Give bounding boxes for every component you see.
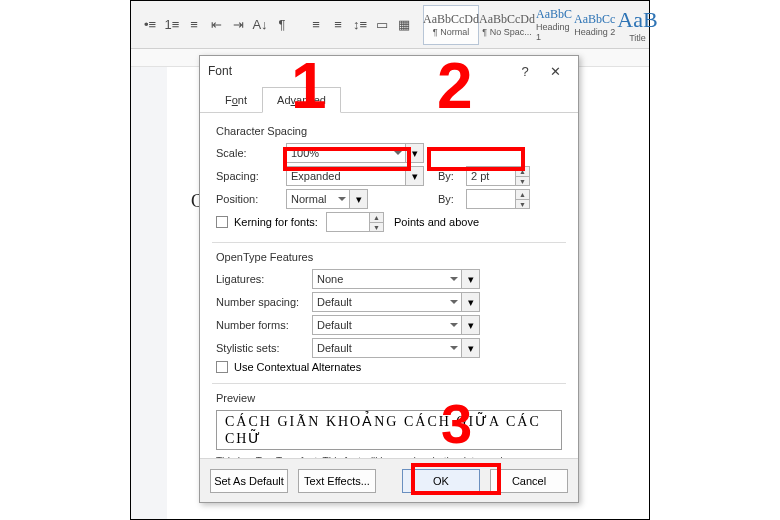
position-dropdown[interactable]: Normal (286, 189, 350, 209)
kerning-spinner[interactable]: ▲▼ (370, 212, 384, 232)
number-forms-dropdown[interactable]: Default (312, 315, 462, 335)
position-by-spinner[interactable]: ▲▼ (516, 189, 530, 209)
position-label: Position: (216, 193, 286, 205)
divider (212, 242, 566, 243)
chevron-down-icon: ▾ (468, 342, 474, 355)
preview-box: CÁCH GIÃN KHOẢNG CÁCH GIỮA CÁC CHỮ (216, 410, 562, 450)
line-spacing-icon[interactable]: ↕≡ (351, 15, 369, 35)
style-label: Heading 2 (574, 27, 615, 37)
style-heading-1[interactable]: AaBbC Heading 1 (535, 5, 573, 45)
ribbon: •≡ 1≡ ≡ ⇤ ⇥ A↓ ¶ ≡ ≡ ↕≡ ▭ ▦ AaBbCcDd ¶ N… (131, 1, 649, 49)
preview-text: CÁCH GIÃN KHOẢNG CÁCH GIỮA CÁC CHỮ (225, 413, 553, 447)
position-by-input[interactable] (466, 189, 516, 209)
style-preview: AaBbCcDd (479, 12, 535, 27)
section-character-spacing: Character Spacing (216, 125, 562, 137)
style-preview: AaBbCcDd (423, 12, 479, 27)
close-button[interactable]: ✕ (540, 64, 570, 79)
dialog-footer: Set As Default Text Effects... OK Cancel (200, 458, 578, 502)
text-effects-button[interactable]: Text Effects... (298, 469, 376, 493)
set-default-button[interactable]: Set As Default (210, 469, 288, 493)
numbering-icon[interactable]: 1≡ (163, 15, 181, 35)
borders-icon[interactable]: ▦ (395, 15, 413, 35)
section-preview: Preview (216, 392, 562, 404)
help-button[interactable]: ? (510, 64, 540, 79)
scale-dropdown-button[interactable]: ▾ (406, 143, 424, 163)
number-spacing-dropdown-button[interactable]: ▾ (462, 292, 480, 312)
style-label: ¶ Normal (433, 27, 469, 37)
spacing-dropdown[interactable]: Expanded (286, 166, 406, 186)
style-label: Title (629, 33, 646, 43)
chevron-down-icon: ▾ (468, 296, 474, 309)
chevron-down-icon: ▾ (468, 273, 474, 286)
scale-dropdown[interactable]: 100% (286, 143, 406, 163)
number-spacing-label: Number spacing: (216, 296, 312, 308)
align-left-icon[interactable]: ≡ (307, 15, 325, 35)
chevron-down-icon: ▾ (356, 193, 362, 206)
font-dialog: Font ? ✕ Font Advanced Character Spacing… (199, 55, 579, 503)
contextual-alternates-label: Use Contextual Alternates (234, 361, 361, 373)
ligatures-dropdown-button[interactable]: ▾ (462, 269, 480, 289)
paragraph-marks-icon[interactable]: ¶ (273, 15, 291, 35)
style-heading-2[interactable]: AaBbCc Heading 2 (573, 5, 616, 45)
left-margin (131, 67, 167, 519)
stylistic-sets-dropdown-button[interactable]: ▾ (462, 338, 480, 358)
style-preview: AaBbC (536, 7, 572, 22)
kerning-label: Kerning for fonts: (234, 216, 326, 228)
chevron-down-icon: ▾ (468, 319, 474, 332)
kerning-input[interactable] (326, 212, 370, 232)
style-normal[interactable]: AaBbCcDd ¶ Normal (423, 5, 479, 45)
style-label: ¶ No Spac... (482, 27, 531, 37)
by-label: By: (438, 170, 466, 182)
ligatures-dropdown[interactable]: None (312, 269, 462, 289)
style-preview: AaBbCc (574, 12, 615, 27)
stylistic-sets-label: Stylistic sets: (216, 342, 312, 354)
cancel-button[interactable]: Cancel (490, 469, 568, 493)
chevron-down-icon: ▾ (412, 170, 418, 183)
style-label: Heading 1 (536, 22, 572, 42)
style-preview: AaB (617, 7, 657, 33)
ligatures-label: Ligatures: (216, 273, 312, 285)
ok-button[interactable]: OK (402, 469, 480, 493)
spacing-label: Spacing: (216, 170, 286, 182)
multilevel-icon[interactable]: ≡ (185, 15, 203, 35)
number-forms-label: Number forms: (216, 319, 312, 331)
points-above-label: Points and above (394, 216, 479, 228)
contextual-alternates-checkbox[interactable] (216, 361, 228, 373)
increase-indent-icon[interactable]: ⇥ (229, 15, 247, 35)
divider (212, 383, 566, 384)
dialog-body: Character Spacing Scale: 100% ▾ Spacing:… (200, 113, 578, 458)
kerning-checkbox[interactable] (216, 216, 228, 228)
dialog-tabs: Font Advanced (200, 86, 578, 113)
align-center-icon[interactable]: ≡ (329, 15, 347, 35)
dialog-title: Font (208, 64, 232, 78)
number-spacing-dropdown[interactable]: Default (312, 292, 462, 312)
spacing-dropdown-button[interactable]: ▾ (406, 166, 424, 186)
decrease-indent-icon[interactable]: ⇤ (207, 15, 225, 35)
dialog-titlebar[interactable]: Font ? ✕ (200, 56, 578, 86)
position-by-label: By: (438, 193, 466, 205)
tab-advanced[interactable]: Advanced (262, 87, 341, 113)
sort-icon[interactable]: A↓ (251, 15, 269, 35)
stylistic-sets-dropdown[interactable]: Default (312, 338, 462, 358)
tab-font[interactable]: Font (210, 87, 262, 113)
position-dropdown-button[interactable]: ▾ (350, 189, 368, 209)
bullets-icon[interactable]: •≡ (141, 15, 159, 35)
style-title[interactable]: AaB Title (616, 5, 658, 45)
shading-icon[interactable]: ▭ (373, 15, 391, 35)
chevron-down-icon: ▾ (412, 147, 418, 160)
style-no-spacing[interactable]: AaBbCcDd ¶ No Spac... (479, 5, 535, 45)
spacing-by-spinner[interactable]: ▲▼ (516, 166, 530, 186)
spacing-by-input[interactable]: 2 pt (466, 166, 516, 186)
scale-label: Scale: (216, 147, 286, 159)
section-opentype: OpenType Features (216, 251, 562, 263)
number-forms-dropdown-button[interactable]: ▾ (462, 315, 480, 335)
